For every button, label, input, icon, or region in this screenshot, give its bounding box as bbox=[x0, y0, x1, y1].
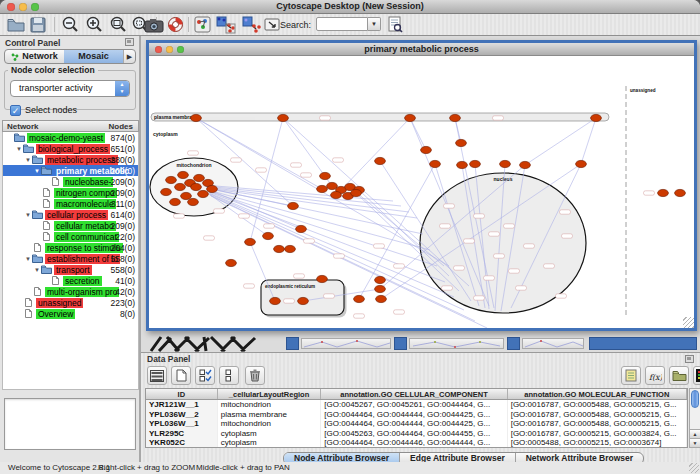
new-attribute-icon[interactable] bbox=[171, 366, 191, 385]
network-node[interactable] bbox=[191, 114, 202, 121]
network-panel-icon[interactable] bbox=[193, 15, 215, 34]
unselect-all-attributes-icon[interactable] bbox=[219, 366, 239, 385]
open-icon[interactable] bbox=[6, 15, 28, 34]
network-node[interactable] bbox=[191, 183, 202, 190]
network-node[interactable] bbox=[317, 185, 328, 192]
tree-item-primary-metabolic[interactable]: ▼primary metabolic209(0) bbox=[3, 165, 138, 176]
zoom-out-icon[interactable] bbox=[60, 15, 82, 34]
network-node[interactable] bbox=[500, 160, 511, 167]
tree-item-overview[interactable]: ▼Overview8(0) bbox=[3, 308, 138, 319]
search-input[interactable] bbox=[316, 17, 368, 31]
network-node[interactable] bbox=[170, 198, 181, 205]
matrix-icon[interactable] bbox=[693, 366, 700, 385]
network-node[interactable] bbox=[285, 245, 296, 252]
zoom-in-icon[interactable] bbox=[84, 15, 106, 34]
network-node[interactable] bbox=[375, 285, 386, 292]
table-row-ykr052c[interactable]: YKR052Ccytoplasm[GO:0044464, GO:0044446,… bbox=[146, 438, 687, 448]
select-all-attributes-icon[interactable] bbox=[195, 366, 215, 385]
network-node[interactable] bbox=[376, 295, 387, 302]
tree-item-mosaic-demo-yeast[interactable]: ▼mosaic-demo-yeast874(0) bbox=[3, 132, 138, 143]
float-panel-icon[interactable] bbox=[685, 355, 694, 363]
birds-eye-view[interactable] bbox=[4, 398, 136, 450]
background-window-fragment[interactable] bbox=[394, 337, 407, 350]
background-window-fragment[interactable] bbox=[589, 337, 697, 350]
background-window-fragment[interactable] bbox=[301, 338, 391, 349]
tree-item-unassigned[interactable]: ▼unassigned223(0) bbox=[3, 297, 138, 308]
expander-icon[interactable]: ▼ bbox=[33, 267, 41, 273]
network-node[interactable] bbox=[270, 297, 281, 304]
network-node[interactable] bbox=[175, 183, 186, 190]
expander-icon[interactable]: ▼ bbox=[24, 212, 32, 218]
background-window-fragment[interactable] bbox=[286, 337, 299, 350]
network-node[interactable] bbox=[278, 114, 289, 121]
snapshot-icon[interactable] bbox=[143, 15, 165, 34]
save-icon[interactable] bbox=[29, 15, 51, 34]
expander-icon[interactable]: ▼ bbox=[24, 157, 32, 163]
network-node[interactable] bbox=[226, 259, 237, 266]
network-node[interactable] bbox=[331, 191, 342, 198]
network-graph[interactable]: plasma membranecytoplasmmitochondrionnuc… bbox=[149, 56, 694, 328]
network-node[interactable] bbox=[457, 161, 468, 168]
column-header-annotation-go-cellular-component[interactable]: annotation.GO CELLULAR_COMPONENT bbox=[321, 389, 507, 399]
tree-item-establishment-of-lo[interactable]: ▼establishment of lo558(0) bbox=[3, 253, 138, 264]
network-node[interactable] bbox=[430, 160, 441, 167]
tree-item-multi-organism-pro[interactable]: ▼multi-organism pro42(0) bbox=[3, 286, 138, 297]
show-columns-icon[interactable] bbox=[147, 366, 167, 385]
tab-mosaic[interactable]: Mosaic bbox=[64, 50, 123, 63]
float-panel-icon[interactable] bbox=[125, 38, 134, 46]
network-node[interactable] bbox=[456, 139, 467, 146]
network-node[interactable] bbox=[375, 157, 386, 164]
background-window-fragment[interactable] bbox=[522, 338, 584, 349]
select-nodes-checkbox[interactable]: ✓ bbox=[10, 105, 21, 116]
network-node[interactable] bbox=[178, 171, 189, 178]
column-header-cellularlayoutregion[interactable]: _cellularLayoutRegion bbox=[218, 389, 322, 399]
tree-item-macromolecule[interactable]: ▼macromolecule311(0) bbox=[3, 198, 138, 209]
network-node[interactable] bbox=[207, 185, 218, 192]
network-node[interactable] bbox=[576, 160, 587, 167]
network-node[interactable] bbox=[421, 146, 432, 153]
window-resize-grip[interactable] bbox=[683, 317, 694, 328]
expander-icon[interactable]: ▼ bbox=[33, 168, 41, 174]
network-node[interactable] bbox=[161, 188, 172, 195]
tree-item-nitrogen-compo[interactable]: ▼nitrogen compo209(0) bbox=[3, 187, 138, 198]
app-resize-grip[interactable] bbox=[689, 463, 699, 473]
table-row-ypl036w-2[interactable]: YPL036W__2plasma membrane[GO:0044464, GO… bbox=[146, 410, 687, 420]
network-node[interactable] bbox=[591, 114, 602, 121]
node-color-dropdown[interactable]: transporter activity ▲▼ bbox=[10, 80, 130, 97]
scroll-down-icon[interactable]: ▼ bbox=[690, 438, 700, 447]
tree-item-cell-communicat[interactable]: ▼cell communicat22(0) bbox=[3, 231, 138, 242]
network-node[interactable] bbox=[675, 189, 686, 196]
expander-icon[interactable]: ▼ bbox=[15, 146, 23, 152]
scrollbar-thumb[interactable] bbox=[691, 390, 699, 408]
network-node[interactable] bbox=[288, 202, 299, 209]
tree-item-cellular-metabo[interactable]: ▼cellular metabo209(0) bbox=[3, 220, 138, 231]
formula-icon[interactable]: f(x) bbox=[645, 366, 665, 385]
apply-layout-icon[interactable] bbox=[215, 15, 237, 34]
column-header-annotation-go-molecular-function[interactable]: annotation.GO MOLECULAR_FUNCTION bbox=[508, 389, 687, 399]
network-canvas[interactable]: plasma membranecytoplasmmitochondrionnuc… bbox=[149, 56, 694, 328]
search-config-icon[interactable] bbox=[386, 15, 408, 34]
tree-item-metabolic-process[interactable]: ▼metabolic process280(0) bbox=[3, 154, 138, 165]
network-node[interactable] bbox=[298, 297, 309, 304]
table-row-yjr121w-1[interactable]: YJR121W__1mitochondrion[GO:0045267, GO:0… bbox=[146, 400, 687, 410]
network-node[interactable] bbox=[450, 114, 461, 121]
zoom-fit-icon[interactable] bbox=[108, 15, 130, 34]
network-node[interactable] bbox=[405, 114, 416, 121]
table-row-ypl036w-1[interactable]: YPL036W__1mitochondrion[GO:0044464, GO:0… bbox=[146, 419, 687, 429]
network-node[interactable] bbox=[166, 176, 177, 183]
table-row-ylr295c[interactable]: YLR295Ccytoplasm[GO:0045263, GO:0044464,… bbox=[146, 429, 687, 439]
search-dropdown-button[interactable]: ▼ bbox=[368, 17, 381, 31]
network-node[interactable] bbox=[188, 198, 199, 205]
help-icon[interactable] bbox=[166, 15, 188, 34]
network-node[interactable] bbox=[296, 225, 307, 232]
attribute-table[interactable]: ID_cellularLayoutRegionannotation.GO CEL… bbox=[145, 388, 688, 448]
notes-icon[interactable] bbox=[621, 366, 641, 385]
tree-item-biological-process[interactable]: ▼biological_process651(0) bbox=[3, 143, 138, 154]
network-node[interactable] bbox=[375, 276, 386, 283]
expander-icon[interactable]: ▼ bbox=[24, 256, 32, 262]
network-node[interactable] bbox=[470, 160, 481, 167]
network-node[interactable] bbox=[263, 232, 274, 239]
delete-attribute-icon[interactable] bbox=[245, 366, 265, 385]
network-window-titlebar[interactable]: primary metabolic process bbox=[149, 43, 694, 56]
tree-item-response-to-stimulu[interactable]: ▼response to stimulu264(0) bbox=[3, 242, 138, 253]
